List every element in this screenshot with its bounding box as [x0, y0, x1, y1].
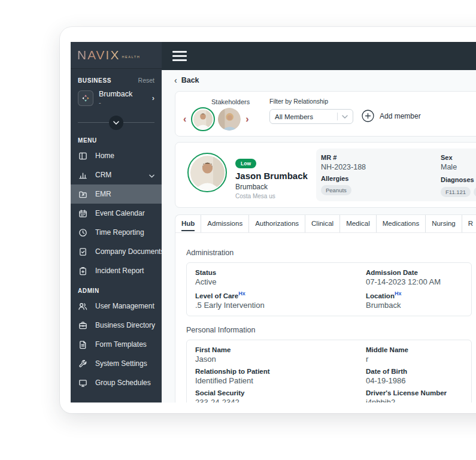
field-label: Social Security [195, 389, 366, 397]
chip: F10.20 [474, 187, 476, 197]
wrench-icon [78, 359, 87, 368]
history-link[interactable]: Hx [395, 290, 402, 296]
administration-fieldbox: StatusActiveAdmission Date07-14-2023 12:… [186, 262, 472, 316]
field-label: Admission Date [366, 269, 463, 276]
sidebar-item-label: Business Directory [95, 321, 155, 329]
chip: Peanuts [321, 185, 351, 195]
stakeholders-carousel: ‹ › [181, 107, 251, 131]
chevron-right-icon: › [152, 93, 154, 102]
menu-section-label: MENU [71, 130, 162, 146]
document-icon [78, 340, 87, 349]
main-content: ‹ Back Stakeholders ‹ › [162, 70, 476, 402]
sidebar-item-business-directory[interactable]: Business Directory [71, 316, 162, 335]
sidebar-item-label: Time Reporting [95, 228, 154, 237]
field-label: Middle Name [366, 346, 463, 353]
field-value: 233-24-2342 [195, 398, 366, 402]
hamburger-menu-icon[interactable] [172, 51, 187, 61]
field-value: 07-14-2023 12:00 AM [366, 277, 463, 286]
clipboard-plus-icon [78, 266, 87, 276]
app-window: NAVIX HEALTH BUSINESS Reset [60, 27, 476, 413]
sidebar-item-crm[interactable]: CRM [71, 165, 162, 184]
patient-subtitle: Brumback [235, 183, 308, 191]
mr-value: NH-2023-188 [321, 163, 441, 171]
relationship-select[interactable]: All Members [269, 109, 353, 124]
relationship-select-value: All Members [275, 113, 337, 120]
tab-clinical[interactable]: Clinical [305, 215, 339, 232]
sidebar-item-emr[interactable]: EMR [71, 184, 162, 204]
sidebar-item-label: Form Templates [95, 340, 154, 349]
stakeholders-title: Stakeholders [211, 98, 250, 105]
mr-label: MR # [321, 154, 441, 161]
field-value: Jason [195, 355, 366, 364]
stakeholder-avatar-selected[interactable] [191, 107, 215, 131]
patient-avatar [187, 153, 227, 192]
sidebar-item-time-reporting[interactable]: Time Reporting [71, 223, 162, 242]
field: Level of CareHx.5 Early Intervention [195, 290, 366, 310]
collapse-business-button[interactable] [109, 116, 123, 130]
field-label: Level of CareHx [195, 290, 366, 299]
back-link[interactable]: ‹ Back [174, 75, 199, 85]
business-switcher-icon [78, 90, 93, 106]
plus-circle-icon [362, 110, 374, 122]
calendar-icon [78, 208, 87, 218]
business-selector[interactable]: Brumback - › [71, 89, 162, 106]
tab-nursing[interactable]: Nursing [425, 215, 462, 232]
patient-level-badge: Low [235, 159, 256, 168]
history-link[interactable]: Hx [238, 290, 245, 296]
tab-admissions[interactable]: Admissions [201, 215, 248, 232]
brand-name: NAVIX [77, 48, 120, 62]
add-member-button[interactable]: Add member [362, 110, 421, 122]
select-divider [337, 113, 338, 120]
tab-r[interactable]: R [462, 215, 476, 232]
business-reset-link[interactable]: Reset [138, 77, 154, 84]
sidebar-item-event-calendar[interactable]: Event Calendar [71, 204, 162, 223]
business-subtitle: - [99, 99, 152, 106]
diagnoses-label: Diagnoses + [441, 175, 476, 184]
home-icon [78, 151, 87, 161]
stakeholder-avatar[interactable] [218, 108, 241, 131]
field-label: LocationHx [366, 290, 463, 299]
sidebar-item-user-management[interactable]: User Management [71, 296, 162, 316]
field-label: Relationship to Patient [195, 368, 366, 375]
field-value: .5 Early Intervention [195, 301, 366, 310]
allergy-chip-list: Peanuts [321, 184, 441, 195]
patient-card: Low Jason Brumback Brumback Costa Mesa u… [175, 142, 476, 208]
tab-hub[interactable]: Hub [175, 215, 201, 232]
admin-section-label: ADMIN [71, 280, 162, 296]
sidebar-item-label: EMR [95, 190, 154, 198]
sidebar-item-group-schedules[interactable]: Group Schedules [71, 373, 162, 392]
field-label: Status [195, 269, 366, 276]
filter-label: Filter by Relationship [269, 98, 353, 105]
sex-value: Male [441, 163, 476, 171]
allergies-label: Allergies [321, 175, 441, 182]
sidebar-item-form-templates[interactable]: Form Templates [71, 335, 162, 354]
sidebar-item-company-documents[interactable]: Company Documents [71, 242, 162, 261]
field: Driver's License Numberj4nbbjh2 [366, 389, 463, 402]
patient-location: Costa Mesa us [235, 193, 308, 199]
document-check-icon [78, 247, 87, 256]
sidebar-item-label: Group Schedules [95, 379, 154, 387]
carousel-next-icon[interactable]: › [244, 114, 250, 125]
tab-medical[interactable]: Medical [339, 215, 376, 232]
field-value: Brumback [366, 301, 463, 310]
patient-summary-col-2: Sex Male Diagnoses + F11.121F10.20 [441, 154, 476, 197]
sidebar-item-label: System Settings [95, 359, 154, 368]
field-label: Driver's License Number [366, 389, 463, 397]
sidebar-item-label: CRM [95, 171, 147, 179]
tab-medications[interactable]: Medications [376, 215, 425, 232]
field: Relationship to PatientIdentified Patien… [195, 368, 366, 385]
field: StatusActive [195, 269, 366, 286]
tab-authorizations[interactable]: Authorizations [248, 215, 305, 232]
sidebar-item-home[interactable]: Home [71, 146, 162, 165]
monitor-icon [78, 378, 87, 388]
sidebar-item-incident-report[interactable]: Incident Report [71, 261, 162, 280]
sidebar: NAVIX HEALTH BUSINESS Reset [71, 42, 162, 402]
field: Date of Birth04-19-1986 [366, 368, 463, 385]
patient-name: Jason Brumback [235, 171, 308, 181]
back-label: Back [181, 76, 199, 84]
sidebar-item-label: Event Calendar [95, 209, 154, 217]
sidebar-item-system-settings[interactable]: System Settings [71, 354, 162, 373]
app-container: NAVIX HEALTH BUSINESS Reset [71, 42, 476, 402]
carousel-prev-icon[interactable]: ‹ [181, 114, 188, 125]
add-member-label: Add member [380, 112, 421, 120]
